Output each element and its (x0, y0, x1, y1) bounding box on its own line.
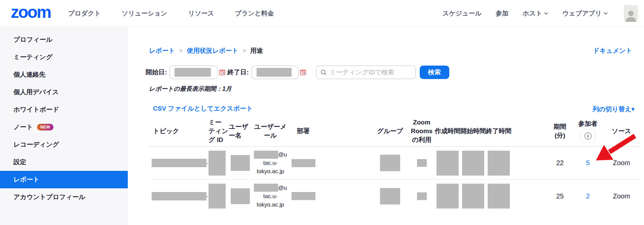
zoom-rooms-cell (409, 192, 435, 200)
participants-info-button[interactable]: i (580, 129, 595, 143)
topic-suffix: - (206, 193, 208, 199)
meeting-id-cell (209, 151, 229, 176)
report-period-note: レポートの最長表示期間：1月 (149, 85, 232, 93)
main-content: レポート > 使用状況レポート > 用途 ドキュメント 開始日: 終了日: (128, 27, 644, 225)
nav-item-webapp[interactable]: ウェブアプリ (562, 9, 608, 18)
sidebar-item-notes[interactable]: ノート NEW (0, 118, 128, 136)
toggle-columns-link[interactable]: 列の切り替え▾ (593, 105, 635, 114)
sidebar-item-recordings[interactable]: レコーディング (0, 136, 128, 153)
sidebar-item-reports[interactable]: レポート (0, 171, 128, 188)
col-header-start-time[interactable]: 開始時間 (460, 127, 486, 136)
participants-count-link[interactable]: 2 (586, 192, 590, 200)
topic-suffix: - (206, 160, 208, 166)
col-header-user-name[interactable]: ユーザー名 (229, 122, 253, 140)
group-cell (372, 155, 409, 171)
end-date-label: 終了日: (227, 68, 249, 77)
zoom-logo[interactable]: zoom (11, 4, 51, 23)
breadcrumb-current-page: 用途 (250, 46, 263, 55)
nav-item-schedule[interactable]: スケジュール (443, 9, 482, 18)
meeting-id-search-input[interactable] (330, 69, 407, 76)
calendar-icon[interactable] (219, 69, 225, 75)
redacted-department (292, 192, 315, 200)
end-date-input[interactable] (252, 66, 299, 79)
nav-item-host[interactable]: ホスト (523, 9, 548, 18)
start-date-label: 開始日: (146, 68, 167, 77)
col-header-meeting-id[interactable]: ミー ティン グ ID (209, 118, 229, 144)
start-date-input[interactable] (169, 66, 218, 79)
col-header-group[interactable]: グループ (372, 127, 409, 136)
redacted-group (380, 155, 400, 171)
breadcrumb: レポート > 使用状況レポート > 用途 (149, 46, 263, 55)
col-header-topic[interactable]: トピック (149, 127, 209, 136)
end-time-cell (486, 184, 512, 209)
created-time-cell (435, 184, 460, 209)
sidebar-item-profile[interactable]: プロフィール (0, 31, 128, 48)
documentation-link[interactable]: ドキュメント (593, 46, 632, 55)
col-header-zoom-rooms[interactable]: Zoom Rooms の利用 (409, 118, 435, 144)
meeting-id-cell (209, 184, 229, 209)
redacted-created-time (437, 184, 459, 209)
sidebar-item-settings[interactable]: 設定 (0, 153, 128, 171)
filter-bar: 開始日: 終了日: (146, 65, 449, 80)
zoom-rooms-cell (409, 159, 435, 167)
caret-down-icon: ▾ (631, 106, 635, 113)
sidebar-item-whiteboard[interactable]: ホワイトボード (0, 101, 128, 118)
person-icon (625, 9, 637, 22)
redacted-start-date (175, 68, 211, 77)
start-time-cell (460, 151, 486, 176)
redacted-user-name (231, 155, 250, 171)
sidebar-item-meetings[interactable]: ミーティング (0, 48, 128, 66)
search-icon (320, 69, 327, 76)
redacted-zoom-rooms (417, 192, 427, 200)
col-header-duration[interactable]: 期間 (分) (546, 122, 573, 140)
user-name-cell (229, 188, 253, 204)
redacted-end-time (488, 151, 510, 176)
usage-report-table: トピック ミー ティン グ ID ユーザー名 ユーザーメール 部署 グループ Z… (149, 117, 641, 213)
created-time-cell (435, 151, 460, 176)
col-header-source[interactable]: ソース (602, 127, 641, 136)
redacted-zoom-rooms (417, 159, 427, 167)
email-domain-line: tokyo.ac.jp (254, 167, 287, 176)
export-csv-link[interactable]: CSV ファイルとしてエクスポート (153, 104, 253, 113)
participants-count-link[interactable]: 5 (586, 159, 590, 167)
sidebar-item-personal-devices[interactable]: 個人用デバイス (0, 83, 128, 101)
nav-left-menu: プロダクト ソリューション リソース プランと料金 (68, 9, 274, 18)
nav-item-products[interactable]: プロダクト (68, 9, 101, 18)
nav-item-plans-pricing[interactable]: プランと料金 (235, 9, 274, 18)
col-header-created-time[interactable]: 作成時間 (435, 127, 460, 136)
sidebar-item-account-profile[interactable]: アカウントプロフィール (0, 188, 128, 206)
department-cell (288, 159, 319, 167)
info-icon: i (584, 133, 592, 140)
col-header-end-time[interactable]: 終了時間 (486, 127, 512, 136)
redacted-meeting-id (209, 151, 226, 176)
redacted-meeting-id (209, 184, 226, 209)
redacted-department (292, 159, 315, 167)
breadcrumb-reports-link[interactable]: レポート (149, 46, 175, 55)
topic-cell: - (149, 159, 209, 167)
sidebar-item-personal-contacts[interactable]: 個人連絡先 (0, 66, 128, 83)
redacted-topic (152, 192, 206, 200)
calendar-icon[interactable] (300, 69, 306, 75)
table-header-row: トピック ミー ティン グ ID ユーザー名 ユーザーメール 部署 グループ Z… (149, 117, 641, 147)
col-header-department[interactable]: 部署 (288, 127, 319, 136)
user-email-cell: @u tac.u- tokyo.ac.jp (253, 184, 288, 209)
start-time-cell (460, 184, 486, 209)
nav-item-join[interactable]: 参加 (496, 9, 508, 18)
nav-right-menu: スケジュール 参加 ホスト ウェブアプリ (443, 5, 638, 22)
col-header-user-email[interactable]: ユーザーメール (253, 122, 288, 140)
nav-item-solutions[interactable]: ソリューション (122, 9, 167, 18)
email-at-text: @u (278, 184, 287, 192)
breadcrumb-usage-reports-link[interactable]: 使用状況レポート (187, 46, 238, 55)
user-email-cell: @u tac.u- tokyo.ac.jp (253, 150, 288, 176)
source-cell: Zoom (602, 192, 641, 200)
col-header-participants[interactable]: 参加者 i (573, 119, 602, 143)
breadcrumb-separator: > (242, 47, 246, 54)
redacted-created-time (437, 151, 459, 176)
user-avatar[interactable] (624, 5, 638, 22)
nav-item-resources[interactable]: リソース (188, 9, 214, 18)
redacted-user-name (231, 188, 250, 204)
participants-cell: 2 (573, 192, 602, 200)
end-time-cell (486, 151, 512, 176)
search-button[interactable]: 検索 (420, 66, 449, 79)
chevron-down-icon (604, 12, 608, 15)
